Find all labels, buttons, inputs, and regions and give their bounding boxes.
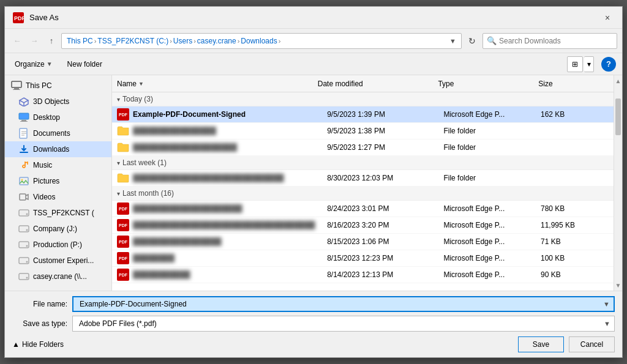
pdf-lm2-icon: PDF (117, 219, 129, 231)
svg-rect-24 (19, 258, 29, 264)
main-area: This PC 3D Objects Desktop Documents (5, 75, 622, 291)
group-today[interactable]: ▾ Today (3) (112, 92, 614, 106)
table-row[interactable]: PDF Example-PDF-Document-Signed 9/5/2023… (112, 106, 614, 123)
pdf-lm4-icon: PDF (117, 252, 129, 264)
sidebar-item-this-pc[interactable]: This PC (5, 78, 111, 94)
file-name: █████████████████████████████ (133, 174, 327, 182)
sidebar-item-documents[interactable]: Documents (5, 125, 111, 141)
hide-folders-toggle[interactable]: ▲ Hide Folders (12, 340, 64, 349)
svg-point-23 (26, 245, 28, 247)
sidebar-item-desktop[interactable]: Desktop (5, 110, 111, 125)
svg-point-25 (26, 261, 28, 263)
breadcrumb[interactable]: This PC › TSS_PF2KCNST (C:) › Users › ca… (61, 33, 462, 49)
savetype-row: Save as type: Adobe PDF Files (*.pdf) ▼ (12, 316, 615, 332)
savetype-value: Adobe PDF Files (*.pdf) (77, 318, 604, 329)
vertical-scrollbar[interactable]: ▲ ▼ (614, 75, 622, 291)
file-date: 9/5/2023 1:38 PM (327, 127, 443, 135)
file-date: 8/30/2023 12:03 PM (327, 174, 443, 182)
svg-rect-26 (19, 273, 29, 280)
table-row[interactable]: PDF ████████ 8/15/2023 12:23 PM Microsof… (112, 250, 614, 267)
file-area-wrapper: Name ▼ Date modified Type Size (112, 75, 622, 291)
forward-button[interactable]: → (27, 34, 42, 48)
close-button[interactable]: × (600, 10, 615, 25)
sidebar-item-label: Videos (33, 193, 55, 201)
view-button[interactable]: ⊞ (567, 56, 583, 72)
search-box[interactable]: 🔍 (482, 33, 617, 49)
breadcrumb-users[interactable]: Users (173, 37, 192, 45)
svg-rect-14 (20, 152, 28, 153)
savetype-dropdown-arrow[interactable]: ▼ (604, 320, 610, 327)
scrollbar-thumb[interactable] (615, 98, 621, 135)
save-button[interactable]: Save (518, 336, 564, 352)
sidebar-item-pictures[interactable]: Pictures (5, 173, 111, 189)
drive-icon (18, 207, 29, 218)
table-row[interactable]: PDF ███████████ 8/14/2023 12:13 PM Micro… (112, 267, 614, 283)
breadcrumb-drive[interactable]: TSS_PF2KCNST (C:) (97, 37, 168, 45)
sidebar-item-label: Production (P:) (33, 240, 82, 249)
sidebar-item-music[interactable]: Music (5, 157, 111, 173)
pdf-file-icon: PDF (117, 108, 129, 121)
col-type-header[interactable]: Type (438, 80, 538, 88)
filename-dropdown-arrow[interactable]: ▼ (603, 300, 610, 308)
scroll-up-button[interactable]: ▲ (614, 75, 622, 86)
sidebar-item-customer[interactable]: Customer Experi... (5, 253, 111, 269)
table-row[interactable]: █████████████████████████████ 8/30/2023 … (112, 170, 614, 187)
svg-point-21 (26, 229, 28, 231)
sidebar-item-label: casey.crane (\\... (33, 272, 87, 281)
col-name-header[interactable]: Name ▼ (117, 80, 318, 88)
file-size: 100 KB (541, 254, 609, 262)
filename-input[interactable]: Example-PDF-Document-Signed ▼ (72, 296, 615, 312)
col-date-header[interactable]: Date modified (318, 80, 438, 88)
downloads-icon (18, 144, 29, 155)
cancel-button[interactable]: Cancel (569, 336, 615, 352)
refresh-button[interactable]: ↻ (464, 33, 480, 49)
folder-lw-icon (117, 172, 129, 184)
group-last-month[interactable]: ▾ Last month (16) (112, 187, 614, 201)
sidebar-item-tss[interactable]: TSS_PF2KCNST ( (5, 205, 111, 221)
table-row[interactable]: PDF █████████████████ 8/15/2023 1:06 PM … (112, 234, 614, 250)
sidebar-item-production[interactable]: Production (P:) (5, 237, 111, 253)
computer-icon (11, 80, 22, 91)
table-row[interactable]: ████████████████ 9/5/2023 1:38 PM File f… (112, 123, 614, 139)
sidebar-item-company[interactable]: Company (J:) (5, 221, 111, 237)
sidebar-item-label: Downloads (33, 145, 69, 154)
sidebar-item-downloads[interactable]: Downloads (5, 141, 111, 157)
svg-rect-9 (20, 121, 28, 122)
breadcrumb-user[interactable]: casey.crane (197, 37, 236, 45)
file-type: File folder (443, 174, 541, 182)
scroll-down-button[interactable]: ▼ (614, 280, 622, 291)
table-row[interactable]: PDF ███████████████████████████████████ … (112, 217, 614, 234)
sidebar-item-label: Music (33, 161, 52, 169)
breadcrumb-dropdown-arrow[interactable]: ▼ (449, 37, 456, 45)
organize-button[interactable]: Organize ▼ (11, 58, 56, 70)
breadcrumb-this-pc[interactable]: This PC (67, 37, 93, 45)
filename-value[interactable]: Example-PDF-Document-Signed (77, 299, 603, 310)
sidebar-item-3d-objects[interactable]: 3D Objects (5, 94, 111, 110)
file-size: 162 KB (541, 110, 609, 119)
back-button[interactable]: ← (10, 34, 24, 48)
new-folder-button[interactable]: New folder (64, 58, 106, 70)
svg-rect-7 (19, 113, 29, 119)
cube-icon (18, 96, 29, 107)
savetype-input[interactable]: Adobe PDF Files (*.pdf) ▼ (72, 316, 615, 332)
view-dropdown[interactable]: ▾ (584, 56, 594, 72)
file-name: █████████████████████ (133, 204, 327, 213)
hide-folders-label: Hide Folders (22, 340, 64, 349)
table-row[interactable]: ████████████████████ 9/5/2023 1:27 PM Fi… (112, 139, 614, 156)
help-button[interactable]: ? (601, 57, 616, 72)
table-row[interactable]: PDF █████████████████████ 8/24/2023 3:01… (112, 201, 614, 217)
file-date: 8/14/2023 12:13 PM (327, 270, 443, 279)
up-button[interactable]: ↑ (44, 34, 59, 48)
file-size: 71 KB (541, 237, 609, 246)
nav-bar: ← → ↑ This PC › TSS_PF2KCNST (C:) › User… (5, 29, 622, 53)
sidebar-item-label: Customer Experi... (33, 256, 94, 265)
sidebar-item-videos[interactable]: Videos (5, 189, 111, 205)
svg-marker-5 (20, 98, 28, 103)
col-size-header[interactable]: Size (538, 80, 609, 88)
adobe-icon: PDF (12, 12, 24, 24)
sidebar-item-casey[interactable]: casey.crane (\\... (5, 269, 111, 284)
group-last-week[interactable]: ▾ Last week (1) (112, 156, 614, 170)
chevron-up-icon: ▲ (12, 340, 20, 349)
search-input[interactable] (499, 37, 613, 45)
breadcrumb-downloads[interactable]: Downloads (241, 37, 277, 45)
